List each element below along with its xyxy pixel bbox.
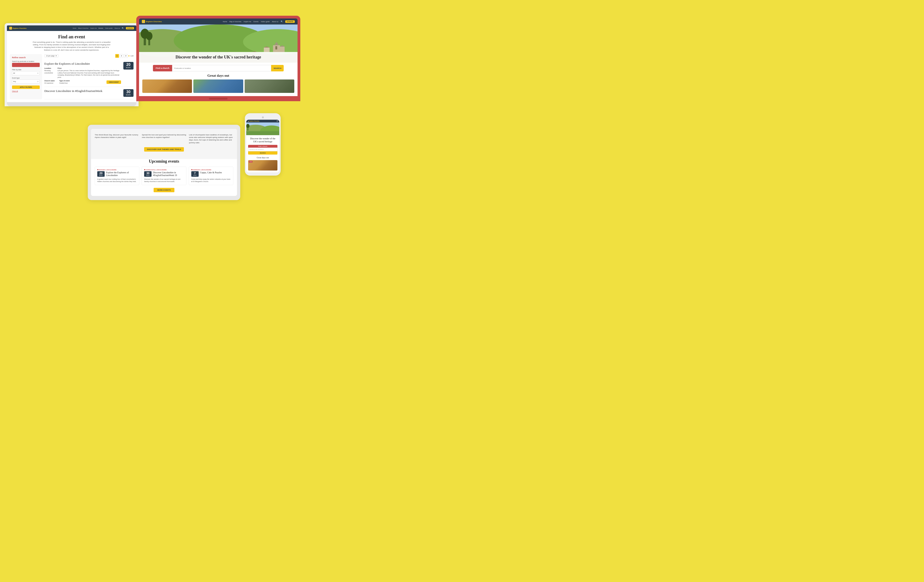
small-laptop-device: ⛪ Explore Churches Home Map of churches … [5, 23, 139, 129]
main-search-icon[interactable]: 🔍 [280, 21, 283, 23]
theme-card-1: This World Book Day, discover your favou… [95, 134, 139, 144]
phone-search-input[interactable]: SEARCH OR SEARCH [248, 148, 277, 151]
event-type-select[interactable]: Any ▼ [12, 79, 40, 84]
tec-desc-2: Discover the wonder of our sacred herita… [144, 178, 184, 183]
find-church-search-btn[interactable]: SEARCH [271, 65, 284, 71]
page-1[interactable]: 1 [115, 54, 119, 58]
discover-themes-btn[interactable]: DISCOVER OUR THEMES AND TRAILS [144, 147, 184, 152]
more-events-btn[interactable]: MORE EVENTS [153, 188, 175, 192]
date-badge-1: 20 MAR [123, 62, 134, 69]
main-logo-icon: ⛪ [142, 20, 145, 23]
main-nav-map[interactable]: Map of churches [229, 21, 241, 22]
apply-filters-btn[interactable]: APPLY FILTERS [12, 86, 40, 89]
small-logo-icon: ⛪ [9, 27, 12, 30]
small-nav-about[interactable]: About us [114, 28, 120, 29]
type-block: Type of event Guided tour [59, 80, 70, 84]
svg-rect-17 [280, 47, 285, 52]
tec-date-2: 30 MAR [144, 171, 152, 177]
tablet-event-2: HORNCASTLE, LINCOLNSHIRE 30 MAR Discover… [142, 167, 186, 185]
phone-card-tag: TUE [249, 161, 252, 163]
tablet-themes: This World Book Day, discover your favou… [91, 129, 237, 159]
tec-header-1: 20 MAR Explore the Explorers of Lincolns… [97, 171, 137, 177]
tec-month-1: MAR [97, 175, 105, 176]
phone-menu-icon[interactable]: ☰ [277, 120, 278, 122]
date-select[interactable]: All ▼ [12, 71, 40, 75]
main-nav-visitor[interactable]: Visitor guide [261, 21, 270, 22]
small-nav-inspire[interactable]: Inspire me [90, 28, 97, 29]
main-donate-btn[interactable]: DONATE [285, 20, 295, 23]
date-month-2: MAR [123, 94, 134, 96]
small-logo-text: Explore Churches [13, 28, 26, 29]
small-nav-events[interactable]: Events [99, 28, 103, 29]
tec-date-1: 20 MAR [97, 171, 105, 177]
event-type-value: Any [13, 81, 16, 82]
great-days-card-2[interactable] [193, 79, 243, 93]
view-event-btn-1[interactable]: VIEW EVENT [107, 80, 121, 84]
find-church-label: Find a church [153, 65, 172, 71]
page-3[interactable]: 3 [124, 54, 128, 58]
date-day-1: 20 [123, 63, 134, 66]
svg-point-10 [146, 32, 152, 40]
event-layout: Refine search Search by postcode or loca… [7, 54, 136, 102]
svg-rect-22 [246, 131, 279, 135]
postcode-input[interactable] [12, 63, 40, 67]
tablet-events-row: REVESBY, LINCOLNSHIRE 20 MAR Explore the… [95, 167, 233, 185]
tec-title-2: Discover Lincolnshire in #EnglishTourism… [153, 171, 184, 177]
per-page-selector[interactable]: 10 per page ▼ [45, 54, 58, 57]
tec-desc-1: A guided coach tour visiting four of Eas… [97, 178, 137, 183]
phone-search-btn[interactable]: SEARCH [248, 151, 277, 155]
location-value: Revesby, Lincolnshire [45, 69, 53, 74]
small-nav-map[interactable]: Map of churches [78, 28, 88, 29]
type-value: Guided tour [59, 82, 70, 84]
main-logo-text: Explore Churches [146, 21, 162, 23]
hero-overlay: Discover the wonder of the UK's sacred h… [139, 52, 297, 63]
tablet-screen: This World Book Day, discover your favou… [91, 129, 237, 196]
phone-card-thumb: TUE [248, 160, 277, 170]
great-days-card-1[interactable] [142, 79, 192, 93]
phone-great-days: Great days out [248, 156, 277, 159]
event-card-1: Explore the Explorers of Lincolnshire Lo… [45, 60, 134, 87]
great-days-card-3[interactable] [245, 79, 294, 93]
tec-month-2: MAR [144, 175, 152, 176]
main-nav-home[interactable]: Home [223, 21, 227, 22]
phone-camera [262, 116, 264, 118]
location-label: Location [45, 68, 53, 69]
filter-sidebar: Refine search Search by postcode or loca… [10, 54, 42, 99]
small-donate-btn[interactable]: DONATE [126, 27, 134, 29]
main-nav-inspire[interactable]: Inspire me [244, 21, 251, 22]
event-title-1: Explore the Explorers of Lincolnshire [45, 62, 121, 66]
tablet-device: This World Book Day, discover your favou… [88, 125, 240, 213]
small-nav-home[interactable]: Home [73, 28, 76, 29]
tec-header-3: 7 APR Cuppa, Cake & Puzzles [191, 171, 231, 177]
clear-filters-link[interactable]: Clear all [12, 90, 40, 92]
date-label: Filter by date [12, 69, 40, 71]
small-search-icon[interactable]: 🔍 [122, 27, 124, 29]
svg-rect-15 [264, 48, 270, 52]
tec-month-3: APR [191, 175, 199, 176]
small-nav-links: Home Map of churches Inspire me Events V… [73, 27, 134, 29]
date-badge-2: 30 MAR [123, 89, 134, 97]
main-nav-about[interactable]: About us [272, 21, 278, 22]
phone-logo-text: Explore Churches [249, 121, 259, 122]
phone-hero-text: Discover the wonder of the UK's sacred h… [248, 137, 277, 143]
find-church-input[interactable] [172, 65, 271, 71]
tablet-events-title: Upcoming events [95, 159, 233, 164]
page-2[interactable]: 2 [120, 54, 123, 58]
main-nav-links: Home Map of churches Inspire me Events V… [223, 20, 295, 23]
page-next-arrow[interactable]: ▶ [129, 55, 130, 57]
phone-find-label: Find a church [248, 145, 277, 148]
small-nav-visitor[interactable]: Visitor guide [105, 28, 113, 29]
tec-day-2: 30 [144, 172, 152, 175]
location-dot-1 [97, 169, 98, 170]
main-laptop-screen: ⛪ Explore Churches Home Map of churches … [139, 18, 297, 96]
theme-card-2: Spread the love and spoil your beloved b… [142, 134, 186, 144]
tec-location-1: REVESBY, LINCOLNSHIRE [97, 169, 137, 170]
tec-location-2: HORNCASTLE, LINCOLNSHIRE [144, 169, 184, 170]
main-nav-events[interactable]: Events [254, 21, 259, 22]
main-laptop-nav: ⛪ Explore Churches Home Map of churches … [139, 18, 297, 25]
page-last[interactable]: Last [130, 55, 134, 56]
svg-rect-13 [276, 46, 277, 50]
great-days-cards [139, 79, 297, 96]
date-value: All [13, 72, 15, 74]
small-laptop-frame: ⛪ Explore Churches Home Map of churches … [5, 23, 139, 106]
